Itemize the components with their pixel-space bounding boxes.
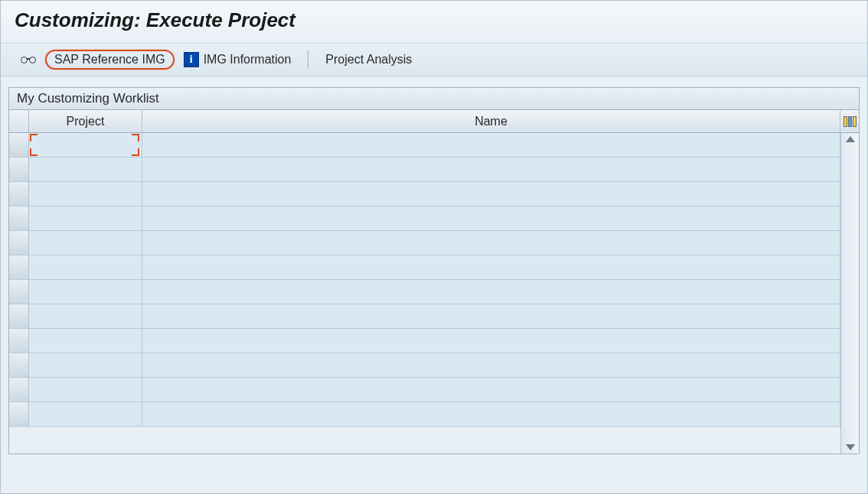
toolbar: SAP Reference IMG i IMG Information Proj… xyxy=(1,44,867,76)
table-row xyxy=(9,231,840,255)
focus-indicator xyxy=(30,134,139,156)
column-header-project-label: Project xyxy=(67,115,105,128)
table-row xyxy=(9,182,840,206)
glasses-button[interactable] xyxy=(15,54,42,66)
table-row xyxy=(9,329,840,353)
row-selector[interactable] xyxy=(9,280,29,304)
toolbar-separator xyxy=(308,50,308,69)
cell-project[interactable] xyxy=(29,353,142,377)
vertical-scrollbar[interactable] xyxy=(840,133,859,453)
cell-name[interactable] xyxy=(142,182,840,206)
page-title: Customizing: Execute Project xyxy=(15,8,853,32)
row-selector[interactable] xyxy=(9,304,29,328)
info-icon: i xyxy=(184,52,199,67)
row-selector[interactable] xyxy=(9,255,29,279)
table-row xyxy=(9,304,840,329)
table-row xyxy=(9,402,840,427)
column-header-name-label: Name xyxy=(475,115,507,128)
table-row xyxy=(9,133,840,158)
column-header-project[interactable]: Project xyxy=(29,110,142,132)
row-selector-header[interactable] xyxy=(9,110,29,132)
cell-name[interactable] xyxy=(142,158,840,181)
cell-name[interactable] xyxy=(142,280,840,304)
row-selector[interactable] xyxy=(9,231,29,255)
table-row xyxy=(9,158,840,182)
row-selector[interactable] xyxy=(9,206,29,230)
row-selector[interactable] xyxy=(9,329,29,353)
img-information-label: IMG Information xyxy=(204,53,292,67)
table-row xyxy=(9,255,840,280)
row-selector[interactable] xyxy=(9,158,29,181)
cell-project[interactable] xyxy=(29,133,142,157)
scroll-down-icon[interactable] xyxy=(846,444,855,450)
cell-project[interactable] xyxy=(29,158,142,181)
grid-main: Project Name xyxy=(9,110,859,453)
glasses-icon xyxy=(21,55,36,64)
cell-name[interactable] xyxy=(142,402,840,426)
layout-settings-button[interactable] xyxy=(840,110,859,132)
row-selector[interactable] xyxy=(9,133,29,157)
cell-project[interactable] xyxy=(29,231,142,255)
sap-reference-img-button[interactable]: SAP Reference IMG xyxy=(45,50,175,70)
cell-project[interactable] xyxy=(29,182,142,206)
worklist-panel: My Customizing Worklist Project Name xyxy=(8,87,860,454)
cell-name[interactable] xyxy=(142,353,840,377)
cell-name[interactable] xyxy=(142,231,840,255)
cell-project[interactable] xyxy=(29,255,142,279)
rows-area xyxy=(9,133,840,453)
cell-project[interactable] xyxy=(29,206,142,230)
row-selector[interactable] xyxy=(9,182,29,206)
app-window: Customizing: Execute Project SAP Referen… xyxy=(0,0,868,494)
scroll-up-icon[interactable] xyxy=(846,136,855,142)
table-row xyxy=(9,378,840,402)
row-selector[interactable] xyxy=(9,402,29,426)
cell-name[interactable] xyxy=(142,133,840,157)
cell-name[interactable] xyxy=(142,304,840,328)
cell-project[interactable] xyxy=(29,329,142,353)
row-selector[interactable] xyxy=(9,378,29,401)
layout-icon xyxy=(843,116,857,127)
panel-header: My Customizing Worklist xyxy=(9,88,859,110)
table-row xyxy=(9,206,840,231)
cell-project[interactable] xyxy=(29,304,142,328)
img-information-button[interactable]: i IMG Information xyxy=(178,50,298,69)
cell-project[interactable] xyxy=(29,280,142,304)
sap-reference-img-label: SAP Reference IMG xyxy=(54,53,165,67)
table-row xyxy=(9,280,840,304)
project-analysis-label: Project Analysis xyxy=(325,53,412,67)
project-analysis-button[interactable]: Project Analysis xyxy=(319,51,418,68)
column-header-name[interactable]: Name xyxy=(142,110,840,132)
column-header-row: Project Name xyxy=(9,110,859,133)
cell-name[interactable] xyxy=(142,378,840,401)
cell-project[interactable] xyxy=(29,402,142,426)
grid: Project Name xyxy=(9,110,859,453)
cell-project[interactable] xyxy=(29,378,142,401)
row-selector[interactable] xyxy=(9,353,29,377)
cell-name[interactable] xyxy=(142,206,840,230)
cell-name[interactable] xyxy=(142,329,840,353)
title-bar: Customizing: Execute Project xyxy=(1,1,867,44)
cell-name[interactable] xyxy=(142,255,840,279)
table-row xyxy=(9,353,840,378)
grid-body xyxy=(9,133,859,453)
